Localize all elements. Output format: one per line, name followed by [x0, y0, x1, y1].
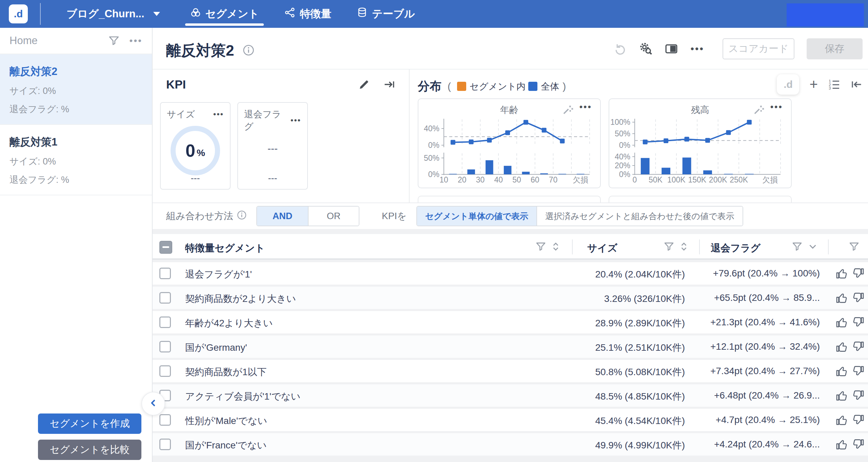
row-checkbox[interactable] [159, 341, 171, 352]
chart-more-icon[interactable]: ••• [770, 102, 783, 112]
filter-icon[interactable] [848, 241, 860, 252]
arrow-to-bar-icon[interactable] [383, 78, 395, 91]
distribution-title: 分布 [418, 78, 441, 94]
edit-pencil-icon[interactable] [358, 78, 370, 91]
thumbs-down-icon[interactable] [852, 365, 865, 378]
account-area[interactable] [787, 3, 864, 26]
sidebar-segment-item[interactable]: 離反対策1 サイズ: 0% 退会フラグ: % [0, 125, 152, 195]
table-row: アクティブ会員が'1'でない 48.5% (4.85K/10K件) +6.48p… [153, 384, 868, 407]
thumbs-up-icon[interactable] [835, 316, 848, 329]
filter-icon[interactable] [535, 241, 547, 252]
and-option[interactable]: AND [257, 207, 308, 226]
size-value: 45.4% (4.54K/10K件) [549, 415, 685, 427]
distribution-chart-card-partial [609, 196, 792, 203]
thumbs-up-icon[interactable] [835, 413, 848, 426]
project-selector[interactable]: ブログ_Churn... [66, 7, 160, 21]
info-icon[interactable] [237, 210, 247, 223]
svg-text:200K: 200K [709, 175, 727, 184]
kpi-card-label: 退会フラグ [244, 108, 291, 133]
thumbs-up-icon[interactable] [835, 438, 848, 451]
thumbs-down-icon[interactable] [852, 316, 865, 329]
distribution-charts: 年齢•••0%40%0%50%10203040506070欠損残高•••0%50… [418, 98, 792, 188]
tab-table[interactable]: テーブル [354, 0, 417, 28]
svg-text:60: 60 [531, 175, 539, 184]
tab-segment[interactable]: セグメント [187, 0, 262, 28]
sort-icon[interactable] [550, 241, 561, 252]
svg-text:50%: 50% [615, 129, 630, 138]
chevron-down-icon[interactable] [807, 241, 818, 252]
distribution-chart-card: 残高•••0%50%100%0%20%40%050K100K150K200K25… [609, 98, 792, 188]
churn-flag-value: +4.24pt (20.4% → 24.6... [692, 439, 820, 450]
thumbs-up-icon[interactable] [835, 365, 848, 378]
scorecard-button[interactable]: スコアカード [723, 38, 794, 59]
distribution-panel: 分布 ( セグメント内 全体 ) .d + 123 年齢•••0%40%0%50… [410, 70, 868, 203]
magic-wand-icon[interactable] [753, 104, 765, 115]
info-icon[interactable] [242, 44, 255, 56]
add-chart-icon[interactable]: + [809, 77, 818, 92]
undo-icon[interactable] [614, 42, 627, 55]
chart-more-icon[interactable]: ••• [579, 102, 592, 112]
svg-text:70: 70 [549, 175, 558, 184]
dotdata-watermark-toggle[interactable]: .d [777, 74, 799, 95]
view-combined-option[interactable]: 選択済みセグメントと組み合わせた後の値で表示 [536, 207, 743, 226]
filter-icon[interactable] [108, 35, 120, 47]
feature-segment-name: アクティブ会員が'1'でない [185, 390, 300, 403]
or-option[interactable]: OR [308, 207, 359, 226]
kpi-card-more-icon[interactable]: ••• [291, 116, 301, 125]
segment-table: 特徴量セグメント サイズ 退会フラグ 退会フラグが'1' 20.4% (2.04… [153, 229, 868, 462]
row-checkbox[interactable] [159, 439, 171, 450]
row-checkbox[interactable] [159, 365, 171, 377]
create-segment-button[interactable]: セグメントを作成 [38, 413, 141, 434]
row-checkbox[interactable] [159, 316, 171, 328]
main-content: 離反対策2 ••• スコアカード 保存 KPI [153, 28, 868, 462]
collapse-panel-left-icon[interactable] [850, 78, 863, 91]
row-checkbox[interactable] [159, 414, 171, 426]
size-value: 49.9% (4.99K/10K件) [549, 439, 685, 452]
thumbs-up-icon[interactable] [835, 340, 848, 353]
kpi-view-toggle: セグメント単体の値で表示 選択済みセグメントと組み合わせた後の値で表示 [416, 206, 743, 226]
table-header: 特徴量セグメント サイズ 退会フラグ [153, 234, 868, 259]
save-button[interactable]: 保存 [807, 38, 863, 59]
thumbs-down-icon[interactable] [852, 413, 865, 426]
view-single-option[interactable]: セグメント単体の値で表示 [417, 207, 536, 226]
compare-segment-button[interactable]: セグメントを比較 [38, 440, 141, 460]
filter-icon[interactable] [663, 241, 675, 252]
churn-flag-value: +6.48pt (20.4% → 26.9... [692, 390, 820, 401]
thumbs-up-icon[interactable] [835, 291, 848, 304]
size-value: 25.1% (2.51K/10K件) [549, 341, 685, 354]
row-checkbox[interactable] [159, 292, 171, 304]
sidebar-segment-item[interactable]: 離反対策2 サイズ: 0% 退会フラグ: % [0, 54, 152, 125]
gear-search-icon[interactable] [639, 42, 652, 56]
sort-icon[interactable] [678, 241, 690, 252]
churn-value: --- [238, 143, 307, 154]
size-value: 50.8% (5.08K/10K件) [549, 366, 685, 379]
thumbs-down-icon[interactable] [852, 438, 865, 451]
app-logo[interactable]: .d [9, 4, 28, 23]
row-checkbox[interactable] [159, 268, 171, 279]
numbered-list-icon[interactable]: 123 [828, 78, 840, 91]
sidebar-collapse-button[interactable] [141, 392, 165, 416]
magic-wand-icon[interactable] [562, 104, 574, 115]
panel-layout-icon[interactable] [665, 42, 678, 56]
thumbs-down-icon[interactable] [852, 340, 865, 353]
page-title: 離反対策2 [166, 41, 234, 61]
select-all-checkbox[interactable] [159, 241, 172, 254]
thumbs-up-icon[interactable] [835, 267, 848, 280]
thumbs-down-icon[interactable] [852, 291, 865, 304]
filter-icon[interactable] [791, 241, 803, 252]
kpi-panel: KPI サイズ ••• 0 % --- [153, 70, 410, 203]
header-more-icon[interactable]: ••• [690, 43, 704, 55]
table-row: 性別が'Male'でない 45.4% (4.54K/10K件) +4.7pt (… [153, 409, 868, 431]
size-unit: % [197, 148, 205, 158]
thumbs-down-icon[interactable] [852, 267, 865, 280]
size-value: 0 [185, 140, 195, 161]
thumbs-up-icon[interactable] [835, 389, 848, 402]
legend-label-overall: 全体 [541, 80, 559, 93]
thumbs-down-icon[interactable] [852, 389, 865, 402]
kpi-card-more-icon[interactable]: ••• [213, 110, 224, 119]
combination-controls: 組み合わせ方法 AND OR KPIを セグメント単体の値で表示 選択済みセグメ… [153, 203, 868, 229]
tab-features[interactable]: 特徴量 [281, 0, 334, 28]
sidebar-more-icon[interactable]: ••• [130, 35, 142, 46]
svg-text:0%: 0% [619, 141, 630, 150]
distribution-chart-card-partial [418, 196, 601, 203]
